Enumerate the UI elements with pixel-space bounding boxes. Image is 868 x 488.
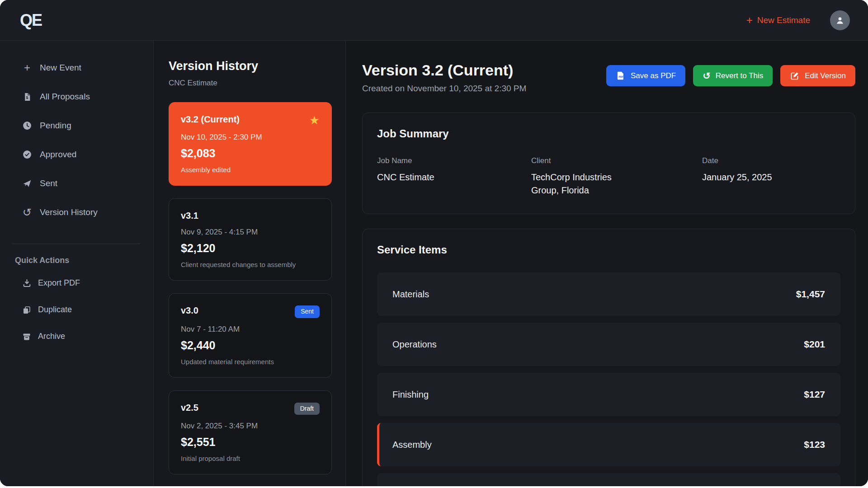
service-items-card: Service Items Materials $1,457 Operation…	[362, 229, 855, 486]
version-note: Client requested changes to assembly	[181, 261, 320, 268]
service-label: Assembly	[392, 440, 432, 450]
topbar: QE + New Estimate	[0, 0, 868, 41]
field-label: Job Name	[377, 156, 531, 165]
status-badge-sent: Sent	[295, 305, 320, 318]
version-name: v3.0	[181, 305, 198, 316]
save-as-pdf-button[interactable]: PDF Save as PDF	[606, 65, 685, 86]
plus-icon: +	[22, 63, 32, 73]
app-window: QE + New Estimate + New Event $ All Prop…	[0, 0, 868, 486]
copy-icon	[22, 305, 31, 314]
sidebar-item-all-proposals[interactable]: $ All Proposals	[0, 82, 153, 111]
version-date: Nov 9, 2025 - 4:15 PM	[181, 228, 320, 237]
edit-icon	[790, 71, 800, 81]
service-value: $1,457	[796, 289, 825, 300]
clock-icon	[22, 121, 32, 131]
sidebar-item-label: All Proposals	[40, 92, 90, 102]
paper-plane-icon	[22, 178, 32, 188]
service-row-finishing[interactable]: Finishing $127	[377, 373, 840, 416]
version-card-list: v3.2 (Current) ★ Nov 10, 2025 - 2:30 PM …	[169, 102, 332, 486]
sidebar-item-version-history[interactable]: ↺ Version History	[0, 198, 153, 227]
sidebar-item-pending[interactable]: Pending	[0, 111, 153, 140]
job-field: Date January 25, 2025	[702, 156, 840, 197]
service-label: Operations	[392, 339, 437, 350]
quick-action-archive[interactable]: Archive	[0, 323, 153, 350]
revert-icon: ↺	[703, 71, 711, 80]
field-label: Client	[531, 156, 702, 165]
sidebar-divider	[12, 244, 141, 244]
service-row-assembly[interactable]: Assembly $123	[377, 423, 840, 466]
version-name: v3.1	[181, 211, 198, 221]
field-value: CNC Estimate	[377, 171, 531, 184]
panel-title: Version History	[169, 59, 332, 73]
pdf-file-icon: PDF	[616, 71, 626, 81]
main-header: Version 3.2 (Current) Created on Novembe…	[362, 61, 855, 94]
version-card[interactable]: v3.1 Nov 9, 2025 - 4:15 PM $2,120 Client…	[169, 198, 332, 281]
page-subtitle: Created on November 10, 2025 at 2:30 PM	[362, 84, 526, 94]
page-title: Version 3.2 (Current)	[362, 61, 526, 79]
field-value: January 25, 2025	[702, 171, 840, 184]
sidebar-item-label: Pending	[40, 121, 71, 131]
new-estimate-label: New Estimate	[757, 15, 810, 25]
revert-button[interactable]: ↺ Revert to This	[693, 65, 773, 86]
version-note: Assembly edited	[181, 166, 320, 174]
service-value: $201	[804, 339, 825, 350]
service-label: Finishing	[392, 389, 429, 400]
version-history-panel: Version History CNC Estimate v3.2 (Curre…	[154, 41, 346, 486]
service-items-title: Service Items	[377, 244, 840, 256]
check-circle-icon	[22, 150, 32, 160]
sidebar-item-label: New Event	[40, 63, 81, 73]
plus-icon: +	[746, 15, 753, 26]
service-value: $123	[804, 439, 825, 450]
quick-action-duplicate[interactable]: Duplicate	[0, 296, 153, 323]
version-amount: $2,440	[181, 339, 320, 352]
quick-actions-title: Quick Actions	[15, 256, 153, 265]
field-label: Date	[702, 156, 840, 165]
job-summary-title: Job Summary	[377, 127, 840, 140]
status-badge-draft: Draft	[294, 403, 320, 415]
service-label: Materials	[392, 289, 429, 300]
action-buttons: PDF Save as PDF ↺ Revert to This Edit Ve…	[606, 65, 855, 86]
quick-action-label: Export PDF	[38, 278, 80, 288]
archive-icon	[22, 332, 31, 341]
app-logo: QE	[20, 11, 42, 30]
quick-action-export-pdf[interactable]: Export PDF	[0, 270, 153, 296]
sidebar-item-label: Sent	[40, 178, 57, 188]
version-card-current[interactable]: v3.2 (Current) ★ Nov 10, 2025 - 2:30 PM …	[169, 102, 332, 186]
history-icon: ↺	[22, 207, 32, 217]
sidebar: + New Event $ All Proposals Pending Appr	[0, 41, 154, 486]
service-row-quality-inspection[interactable]: Quality Inspection $21	[377, 473, 840, 486]
person-icon	[835, 15, 845, 25]
service-value: $127	[804, 389, 825, 400]
invoice-icon: $	[22, 92, 32, 102]
user-avatar[interactable]	[830, 10, 850, 30]
field-value: TechCorp Industries Group, Florida	[531, 171, 628, 197]
version-card[interactable]: v2.5 Draft Nov 2, 2025 - 3:45 PM $2,551 …	[169, 390, 332, 475]
job-summary-fields: Job Name CNC Estimate Client TechCorp In…	[377, 156, 840, 197]
job-summary-card: Job Summary Job Name CNC Estimate Client…	[362, 113, 855, 214]
version-note: Initial proposal draft	[181, 455, 320, 462]
version-name: v2.5	[181, 403, 198, 413]
version-card[interactable]: v3.0 Sent Nov 7 - 11:20 AM $2,440 Update…	[169, 293, 332, 378]
quick-action-label: Duplicate	[38, 305, 72, 314]
button-label: Revert to This	[716, 71, 764, 80]
new-estimate-button[interactable]: + New Estimate	[746, 15, 810, 26]
version-amount: $2,551	[181, 436, 320, 449]
sidebar-item-approved[interactable]: Approved	[0, 140, 153, 169]
sidebar-item-sent[interactable]: Sent	[0, 169, 153, 198]
service-row-operations[interactable]: Operations $201	[377, 323, 840, 366]
sidebar-item-label: Version History	[40, 207, 98, 217]
version-date: Nov 7 - 11:20 AM	[181, 325, 320, 334]
service-row-materials[interactable]: Materials $1,457	[377, 272, 840, 316]
sidebar-item-new-event[interactable]: + New Event	[0, 53, 153, 82]
version-name: v3.2 (Current)	[181, 114, 240, 125]
version-date: Nov 2, 2025 - 3:45 PM	[181, 422, 320, 431]
edit-version-button[interactable]: Edit Version	[780, 65, 855, 86]
version-note: Updated material requirements	[181, 358, 320, 366]
job-field: Client TechCorp Industries Group, Florid…	[531, 156, 702, 197]
panel-subtitle: CNC Estimate	[169, 79, 332, 88]
svg-text:$: $	[26, 95, 28, 100]
service-item-list: Materials $1,457 Operations $201 Finishi…	[377, 272, 840, 486]
download-icon	[22, 279, 31, 288]
quick-action-label: Archive	[38, 332, 65, 341]
job-field: Job Name CNC Estimate	[377, 156, 531, 197]
